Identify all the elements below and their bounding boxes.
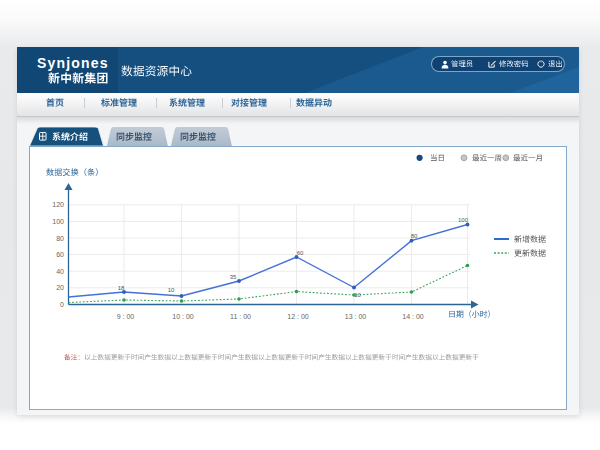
svg-text:100: 100 [52,218,64,225]
svg-text:40: 40 [56,268,64,275]
svg-text:60: 60 [56,251,64,258]
svg-text:60: 60 [297,250,304,256]
svg-text:18: 18 [118,285,125,291]
svg-text:80: 80 [411,233,418,239]
svg-text:10: 10 [168,287,175,293]
svg-text:20: 20 [56,284,64,291]
svg-text:80: 80 [56,235,64,242]
svg-text:10: 10 [354,292,361,298]
svg-text:13 : 00: 13 : 00 [345,313,367,320]
svg-text:12 : 00: 12 : 00 [287,313,309,320]
svg-text:9 : 00: 9 : 00 [117,313,135,320]
svg-text:11 : 00: 11 : 00 [230,313,251,320]
svg-text:120: 120 [52,201,64,208]
svg-text:100: 100 [458,217,469,223]
svg-text:10 : 00: 10 : 00 [172,313,194,320]
svg-text:14 : 00: 14 : 00 [402,313,424,320]
svg-text:35: 35 [230,274,237,280]
svg-text:0: 0 [60,301,64,308]
